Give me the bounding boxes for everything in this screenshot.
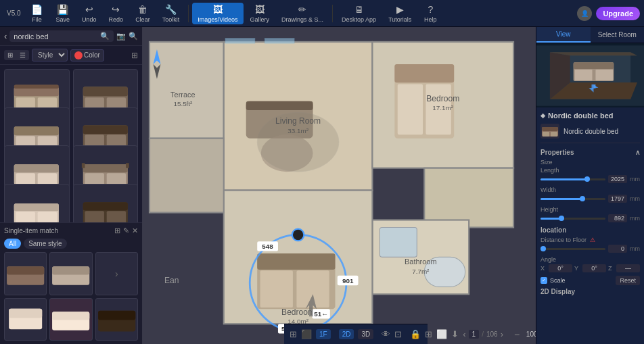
search-submit-icon[interactable]: 🔍 bbox=[129, 32, 138, 41]
svg-rect-104 bbox=[595, 70, 613, 80]
canvas-area[interactable]: Terrace 15.5ft² Living Room 33.1m² Bedro… bbox=[142, 27, 536, 344]
current-page: 1 bbox=[469, 330, 480, 339]
view-2d-button[interactable]: 2D bbox=[339, 329, 354, 339]
floor-plan: Terrace 15.5ft² Living Room 33.1m² Bedro… bbox=[142, 27, 536, 344]
svg-rect-40 bbox=[52, 266, 89, 274]
svg-rect-36 bbox=[107, 211, 126, 222]
drawings-button[interactable]: ✏ Drawings & S... bbox=[276, 3, 329, 24]
svg-rect-56 bbox=[246, 101, 313, 110]
svg-rect-27 bbox=[82, 163, 85, 168]
length-slider[interactable] bbox=[540, 178, 605, 180]
search-input-wrap: 🔍 bbox=[9, 30, 114, 42]
page-nav: ‹ 1 / 106 › bbox=[463, 329, 503, 339]
svg-rect-42 bbox=[9, 309, 42, 318]
layers2-icon[interactable]: ⊡ bbox=[394, 329, 402, 339]
grid-view-button[interactable]: ⊞ bbox=[4, 50, 16, 60]
redo-button[interactable]: ↪ Redo bbox=[104, 3, 129, 24]
floor-1f-button[interactable]: 1F bbox=[316, 329, 331, 339]
tutorials-button[interactable]: ▶ Tutorials bbox=[383, 3, 417, 24]
filter-same-style-button[interactable]: Same style bbox=[24, 239, 66, 249]
svg-rect-92 bbox=[225, 38, 255, 43]
list-view-button[interactable]: ☰ bbox=[16, 50, 29, 60]
gallery-button[interactable]: 🖼 Gallery bbox=[245, 3, 275, 24]
filter-more-icon[interactable]: ⊞ bbox=[131, 51, 138, 60]
svg-text:17.1m²: 17.1m² bbox=[432, 104, 453, 112]
width-slider[interactable] bbox=[540, 198, 605, 200]
svg-rect-4 bbox=[14, 84, 59, 89]
grid-icon[interactable]: ⊞ bbox=[425, 329, 432, 339]
prev-page-icon[interactable]: ‹ bbox=[463, 329, 465, 339]
layers-icon[interactable]: ⊞ bbox=[290, 329, 297, 339]
next-page-icon[interactable]: › bbox=[501, 329, 503, 339]
help-button[interactable]: ? Help bbox=[418, 3, 442, 24]
eye-icon[interactable]: 👁 bbox=[382, 329, 390, 339]
angle-label: Angle bbox=[540, 256, 640, 263]
distance-floor-row: 0 mm bbox=[540, 245, 640, 253]
clear-button[interactable]: 🗑 Clear bbox=[130, 3, 156, 24]
search-input[interactable] bbox=[14, 32, 100, 41]
right-panel: View Select Room bbox=[536, 27, 644, 344]
lock-icon[interactable]: 🔒 bbox=[410, 329, 421, 339]
download-icon[interactable]: ⬇ bbox=[451, 329, 459, 339]
properties-collapse-icon[interactable]: ∧ bbox=[635, 149, 640, 156]
height-value: 892 bbox=[608, 214, 627, 222]
view-3d-button[interactable]: 3D bbox=[358, 329, 373, 339]
file-button[interactable]: 📄 File bbox=[25, 3, 49, 24]
desktop-app-button[interactable]: 🖥 Desktop App bbox=[336, 3, 382, 24]
images-videos-button[interactable]: 🖼 Images/Videos bbox=[192, 3, 243, 24]
distance-floor-slider[interactable] bbox=[540, 248, 605, 250]
match-actions: ⊞ ✎ ✕ bbox=[114, 226, 138, 235]
save-button[interactable]: 💾 Save bbox=[51, 3, 76, 24]
svg-rect-6 bbox=[83, 87, 128, 96]
match-thumb-3 bbox=[5, 303, 46, 335]
filter-all-button[interactable]: All bbox=[4, 239, 21, 249]
match-item[interactable] bbox=[4, 252, 47, 295]
scale-row: Scale Reset bbox=[540, 276, 640, 285]
gallery-icon: 🖼 bbox=[255, 4, 264, 15]
reset-button[interactable]: Reset bbox=[616, 276, 640, 285]
svg-rect-30 bbox=[14, 203, 59, 211]
svg-text:33.1m²: 33.1m² bbox=[288, 127, 308, 134]
width-value: 1797 bbox=[608, 195, 627, 203]
search-bar: ‹ 🔍 📷 🔍 bbox=[0, 27, 142, 46]
bottom-toolbar: ⊞ ⬛ 1F 2D 3D 👁 ⊡ 🔒 ⊞ ⬜ ⬇ ‹ 1 / 106 › − 1 bbox=[284, 324, 428, 344]
svg-text:548: 548 bbox=[262, 243, 273, 250]
match-header: Single-item match ⊞ ✎ ✕ bbox=[4, 226, 138, 235]
scale-checkbox[interactable] bbox=[540, 277, 547, 284]
item-card[interactable] bbox=[4, 184, 70, 223]
color-filter[interactable]: Color bbox=[70, 49, 104, 62]
upgrade-button[interactable]: Upgrade bbox=[596, 7, 640, 20]
toolkit-button[interactable]: 🔧 Toolkit bbox=[157, 3, 185, 24]
top-toolbar: V5.0 📄 File 💾 Save ↩ Undo ↪ Redo 🗑 Clear… bbox=[0, 0, 644, 27]
view-tab-button[interactable]: View bbox=[536, 27, 591, 43]
svg-rect-44 bbox=[52, 312, 89, 320]
camera-search-icon[interactable]: 📷 bbox=[116, 32, 126, 41]
svg-rect-103 bbox=[575, 70, 593, 80]
frame-icon[interactable]: ⬜ bbox=[436, 329, 447, 339]
match-item[interactable] bbox=[49, 252, 92, 295]
toolbar-right: 👤 Upgrade bbox=[577, 6, 640, 21]
zoom-out-icon[interactable]: − bbox=[514, 329, 520, 340]
back-button[interactable]: ‹ bbox=[4, 31, 7, 41]
match-edit-icon[interactable]: ✎ bbox=[123, 226, 129, 235]
version-label: V5.0 bbox=[4, 9, 24, 17]
match-item[interactable] bbox=[49, 298, 92, 341]
match-item[interactable] bbox=[95, 298, 138, 341]
scale-label: Scale bbox=[550, 277, 566, 284]
select-room-tab-button[interactable]: Select Room bbox=[591, 27, 645, 43]
match-more-button[interactable]: › bbox=[95, 252, 138, 295]
filter-bar: ⊞ ☰ Style Color ⊞ bbox=[0, 46, 142, 65]
undo-button[interactable]: ↩ Undo bbox=[76, 3, 102, 24]
match-close-icon[interactable]: ✕ bbox=[132, 226, 138, 235]
match-item[interactable] bbox=[4, 298, 47, 341]
match-settings-icon[interactable]: ⊞ bbox=[114, 226, 120, 235]
match-thumb-2 bbox=[50, 258, 91, 289]
svg-rect-34 bbox=[83, 202, 128, 210]
item-card[interactable] bbox=[73, 184, 139, 223]
angle-x-value: 0° bbox=[549, 264, 572, 272]
3d-preview[interactable] bbox=[536, 43, 644, 107]
style-filter[interactable]: Style bbox=[32, 49, 68, 62]
height-slider[interactable] bbox=[540, 218, 605, 220]
height-unit: mm bbox=[630, 215, 640, 222]
tutorials-icon: ▶ bbox=[396, 4, 404, 15]
